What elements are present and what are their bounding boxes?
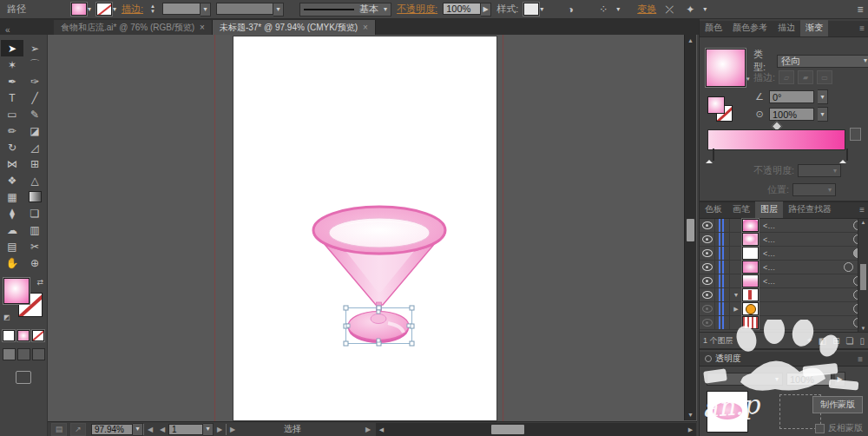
last-artboard-button[interactable]: ▶	[226, 424, 239, 435]
gradient-preview-swatch[interactable]	[706, 49, 746, 87]
layer-thumbnail[interactable]	[742, 274, 759, 287]
close-icon[interactable]: ×	[363, 23, 368, 32]
invert-mask-checkbox[interactable]	[815, 424, 825, 433]
stroke-panel-link[interactable]: 描边:	[122, 3, 143, 16]
status-grid-icon[interactable]: ▤	[51, 423, 67, 436]
tool-pen[interactable]: ✒	[1, 73, 23, 89]
fill-swatch[interactable]	[3, 278, 30, 304]
layer-row-3[interactable]: <…	[700, 247, 868, 261]
tool-artboard[interactable]: ▤	[1, 238, 23, 254]
paint-none-button[interactable]	[32, 330, 44, 341]
draw-behind-button[interactable]	[17, 348, 30, 360]
stroke-weight-stepper[interactable]: ▲ ▼	[148, 4, 157, 14]
fill-color-combo[interactable]: ▾	[71, 3, 91, 16]
vertical-scrollbar[interactable]: ▲ ▼	[684, 35, 696, 420]
chevron-down-icon[interactable]: ▾	[703, 6, 707, 13]
layer-thumbnail[interactable]	[742, 219, 759, 232]
blend-mode-dropdown[interactable]: ▾	[707, 373, 783, 386]
make-mask-button[interactable]: 制作蒙版	[812, 396, 863, 413]
document-tab-1[interactable]: 食物和店流.ai* @ 76% (RGB/预览) ×	[54, 20, 213, 35]
artboard-dropdown-button[interactable]: ▾	[203, 423, 214, 436]
layer-label[interactable]: <…	[763, 263, 844, 272]
tool-mesh[interactable]: ▦	[1, 188, 23, 205]
tool-slice[interactable]: ✂	[23, 238, 46, 254]
width-profile-dropdown-button[interactable]: ▾	[273, 3, 284, 17]
style-swatch[interactable]	[523, 3, 539, 16]
aspect-ratio-field[interactable]: 100%	[769, 108, 814, 121]
new-layer-icon[interactable]: ❏	[846, 336, 854, 346]
shear-icon[interactable]: ✦	[682, 3, 698, 17]
scroll-up-icon[interactable]: ▲	[685, 35, 696, 46]
delete-layer-icon[interactable]: ▯	[859, 336, 865, 346]
stroke-weight-combo[interactable]: ▾	[162, 3, 211, 17]
fill-color-swatch[interactable]	[71, 3, 87, 16]
first-artboard-button[interactable]: ◀	[143, 424, 156, 435]
tool-curvature[interactable]: ✑	[23, 73, 46, 89]
zoom-dropdown-button[interactable]: ▾	[133, 423, 143, 436]
tool-width-tool[interactable]: ⋈	[1, 155, 23, 172]
panel-menu-icon[interactable]: ≡	[859, 205, 865, 215]
chevron-down-icon[interactable]: ▾	[616, 6, 620, 13]
tool-rotate[interactable]: ↻	[1, 139, 23, 155]
layer-thumbnail[interactable]	[742, 316, 759, 329]
horizontal-scrollbar[interactable]: ◀ ▶	[376, 423, 696, 436]
visibility-toggle[interactable]	[700, 247, 715, 260]
spin-down-icon[interactable]: ▼	[148, 10, 157, 14]
scroll-right-icon[interactable]: ▶	[685, 423, 696, 436]
layer-row-6[interactable]: ▼	[700, 288, 868, 302]
tab-stroke[interactable]: 描边	[773, 20, 800, 36]
tool-symbol-sprayer[interactable]: ☁	[1, 221, 23, 238]
gradient-slider[interactable]	[707, 122, 845, 159]
scroll-down-icon[interactable]: ▼	[685, 409, 696, 420]
panel-menu-icon[interactable]: ≡	[858, 354, 863, 364]
visibility-toggle[interactable]	[700, 288, 715, 301]
tool-gradient[interactable]	[23, 188, 46, 205]
opacity-dropdown-button[interactable]: ▶	[481, 3, 491, 17]
visibility-toggle[interactable]	[700, 302, 715, 315]
layer-label[interactable]: <…	[763, 235, 853, 244]
visibility-toggle[interactable]	[700, 316, 715, 329]
stroke-weight-dropdown-button[interactable]: ▾	[201, 3, 211, 17]
gradient-stop-start[interactable]	[706, 149, 713, 159]
layer-label[interactable]: <…	[763, 221, 853, 230]
layer-row-5[interactable]: <…	[700, 274, 868, 288]
tool-pencil[interactable]: ✏	[1, 122, 23, 139]
angle-field[interactable]: 0°	[769, 90, 814, 103]
target-circle-icon[interactable]	[844, 262, 853, 272]
control-panel-menu-icon[interactable]: ≡	[852, 3, 868, 17]
zoom-level-field[interactable]: 97.94%	[91, 424, 133, 435]
disclosure-triangle-icon[interactable]: ▼	[730, 292, 742, 298]
tool-paintbrush[interactable]: ✎	[23, 106, 46, 122]
gradient-annotator-icon[interactable]	[850, 128, 861, 141]
layer-row-1[interactable]: <…	[700, 219, 868, 233]
tool-lasso[interactable]: ⌒	[23, 56, 46, 73]
style-combo[interactable]: ▾	[523, 3, 543, 16]
chevron-down-icon[interactable]: ▾	[384, 6, 387, 13]
liquid-surface-shape[interactable]	[329, 218, 430, 248]
status-expand-icon[interactable]: ▶	[365, 426, 371, 433]
tab-swatches[interactable]: 色板	[700, 201, 727, 218]
locate-object-icon[interactable]: ⌖	[807, 335, 812, 346]
scroll-down-icon[interactable]: ▼	[858, 326, 868, 331]
constrain-proportions-icon[interactable]: ⤫	[661, 3, 677, 17]
tool-blend[interactable]: ❏	[23, 205, 46, 221]
gradient-stop-end[interactable]	[839, 149, 847, 159]
layer-row-4[interactable]: <…	[700, 261, 868, 274]
tool-eyedropper[interactable]: ⧫	[1, 205, 23, 221]
chevron-down-icon[interactable]: ▾	[746, 76, 750, 83]
gradient-fill-stroke-toggle[interactable]	[707, 96, 733, 122]
default-fill-stroke-icon[interactable]: ◩	[3, 314, 10, 321]
tool-free-transform[interactable]: ⊞	[23, 155, 46, 172]
tool-scale[interactable]: ◿	[23, 139, 46, 155]
tab-layers[interactable]: 图层	[755, 201, 783, 218]
layer-row-2[interactable]: <…	[700, 233, 868, 247]
visibility-toggle[interactable]	[700, 219, 715, 232]
transform-panel-link[interactable]: 变换	[637, 3, 656, 16]
align-icon[interactable]: ⁘	[595, 3, 611, 17]
gradient-fill-swatch[interactable]	[707, 96, 725, 114]
tool-hand[interactable]: ✋	[1, 254, 23, 271]
tool-type[interactable]: T	[1, 89, 23, 106]
opacity-field[interactable]: 100%	[443, 3, 481, 15]
horizontal-scroll-track[interactable]	[387, 423, 685, 436]
disclosure-triangle-icon[interactable]: ▶	[730, 306, 742, 313]
